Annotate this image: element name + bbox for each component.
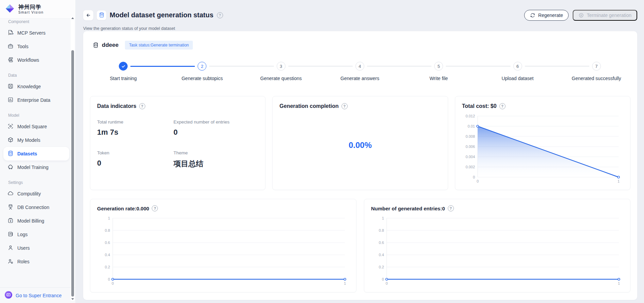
total-cost-chart: 00.0020.0040.0060.0080.010.01201 [462,113,623,185]
database-blue-icon [99,12,105,18]
billing-icon: ¥ [7,217,14,225]
sidebar-footer: Go to Super Entrance [0,287,75,303]
sidebar-item-users[interactable]: Users [3,241,69,255]
sidebar-item-roles[interactable]: Roles [3,255,69,268]
sidebar-scrollbar[interactable] [71,16,75,301]
sidebar-item-label: Computility [17,191,41,196]
logs-icon [7,231,14,238]
sidebar-item-label: My Models [17,137,40,143]
db-connection-icon [7,204,14,211]
sidebar-item-tools[interactable]: Tools [3,40,69,53]
sidebar-item-label: DB Connection [17,205,49,210]
sidebar-item-mcp-servers[interactable]: MCP MCP Servers [3,26,69,40]
total-cost-help-icon[interactable] [499,103,505,109]
svg-text:0.2: 0.2 [379,265,384,269]
section-label-data: Data [8,73,69,78]
step-upload-dataset: 6 Upload dataset [478,62,557,81]
task-status-badge: Task status:Generate termination [125,41,193,50]
generation-completion-card: Generation completion 0.00% [272,96,448,190]
sidebar-item-computility[interactable]: Computility [3,187,69,201]
sidebar-item-label: Knowledge [17,84,41,89]
progress-stepper: 1 Start training 2 Generate subtopics 3 … [84,62,636,81]
svg-text:0.006: 0.006 [465,145,475,149]
scroll-up-icon[interactable] [71,17,74,19]
dataset-icon [93,42,99,48]
sidebar-item-model-billing[interactable]: ¥ Model Billing [3,214,69,228]
step-generate-questions: 3 Generate questions [242,62,320,81]
back-arrow-icon [86,13,91,18]
knowledge-icon [7,83,14,90]
step-generated-successfully: 7 Generated successfully [557,62,636,81]
completion-percentage: 0.00% [279,140,441,150]
dataset-title-tile [97,11,106,20]
data-indicators-card: Data indicators Total runtime 1m 7s Expe… [90,96,265,190]
sidebar-item-knowledge[interactable]: Knowledge [3,80,69,93]
sidebar-item-model-training[interactable]: Model Training [3,160,69,174]
sidebar-item-label: Logs [17,232,27,237]
sidebar-item-datasets[interactable]: Datasets [3,147,69,160]
brand-name: 神州问学 [18,4,44,10]
sidebar-item-label: Model Square [17,124,47,129]
metric-expected-entries: Expected number of entries 0 [173,119,258,137]
sidebar-item-label: Datasets [17,151,37,156]
section-label-component: Component [8,19,69,24]
generation-rate-help-icon[interactable] [152,205,158,211]
svg-text:1: 1 [618,281,620,285]
cube-icon [7,137,14,144]
card-title: Generation completion [279,103,338,109]
svg-text:0: 0 [382,277,384,281]
user-icon [7,245,14,252]
regenerate-button[interactable]: Regenerate [524,10,569,21]
back-button[interactable] [83,10,93,20]
roles-icon [7,258,14,265]
sidebar: 神州问学 Smart Vision Component MCP MCP Serv… [0,0,75,303]
charts-row: Generation rate:0.000 00.20.40.60.8101 N… [90,199,630,292]
sidebar-item-label: Tools [17,44,29,49]
workflow-icon [7,57,14,64]
svg-text:1: 1 [344,281,346,285]
svg-text:0.8: 0.8 [379,228,384,232]
sidebar-item-db-connection[interactable]: DB Connection [3,201,69,214]
page-title-help-icon[interactable] [217,12,223,18]
section-label-settings: Settings [8,180,69,185]
app: 神州问学 Smart Vision Component MCP MCP Serv… [0,0,644,303]
generation-completion-help-icon[interactable] [342,103,348,109]
step-circle: 4 [355,62,364,71]
sidebar-item-logs[interactable]: Logs [3,228,69,241]
sidebar-item-model-square[interactable]: Model Square [3,120,69,133]
sidebar-item-label: MCP Servers [17,30,45,36]
pause-circle-icon [578,13,584,18]
sidebar-item-my-models[interactable]: My Models [3,133,69,147]
step-circle: 1 [119,62,128,71]
metric-cards-row: Data indicators Total runtime 1m 7s Expe… [90,96,630,190]
svg-text:0.4: 0.4 [105,253,110,257]
generated-entries-help-icon[interactable] [448,205,454,211]
scroll-down-icon[interactable] [71,298,74,300]
briefcase-icon [7,43,14,50]
svg-text:0.2: 0.2 [105,265,110,269]
step-write-file: 5 Write file [399,62,478,81]
card-title: Data indicators [97,103,136,109]
sidebar-item-label: Model Billing [17,218,44,224]
svg-text:0.012: 0.012 [465,114,475,118]
sidebar-item-workflows[interactable]: Workflows [3,53,69,67]
card-title: Total cost: $0 [462,103,497,109]
super-entrance-icon [4,291,13,300]
step-circle: 3 [277,62,286,71]
brand-subtitle: Smart Vision [18,11,44,14]
page-subtitle: View the generation status of your model… [83,26,637,31]
data-indicators-help-icon[interactable] [139,103,145,109]
page-header: Model dataset generation status View the… [83,0,637,31]
sidebar-item-enterprise-data[interactable]: Enterprise Data [3,93,69,107]
bar-chart-icon [7,97,14,104]
super-entrance-link[interactable]: Go to Super Entrance [16,293,61,298]
check-icon [121,64,126,69]
svg-text:0.6: 0.6 [379,241,384,245]
sidebar-nav: Component MCP MCP Servers Tools Workflow… [0,19,75,287]
terminate-generation-button[interactable]: Terminate generation [573,10,637,21]
generated-entries-chart: 00.20.40.60.8101 [371,215,623,287]
step-circle: 7 [592,62,601,71]
sidebar-item-label: Roles [17,259,30,264]
card-title: Number of generated entries:0 [371,206,445,211]
scrollbar-thumb[interactable] [71,50,74,297]
